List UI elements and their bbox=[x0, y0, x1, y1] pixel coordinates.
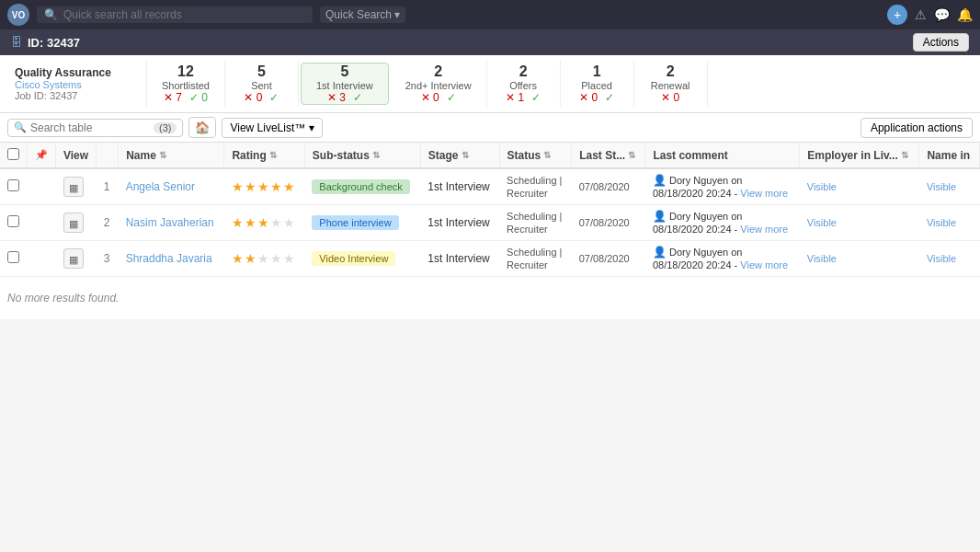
col-stage[interactable]: Stage⇅ bbox=[420, 143, 499, 168]
sub-header: 🗄 ID: 32437 Actions bbox=[0, 29, 980, 55]
person-icon: 👤 bbox=[653, 246, 667, 259]
add-button[interactable]: + bbox=[887, 5, 907, 25]
row-pin bbox=[28, 241, 56, 277]
row-substatus: Background check bbox=[304, 168, 420, 205]
star-rating: ★★★★★ bbox=[232, 251, 297, 266]
row-stage: 1st Interview bbox=[420, 241, 499, 277]
employer-visible-link[interactable]: Visible bbox=[807, 217, 837, 228]
chat-button[interactable]: 💬 bbox=[934, 7, 950, 22]
employer-visible-link[interactable]: Visible bbox=[807, 181, 837, 192]
row-checkbox[interactable] bbox=[7, 179, 19, 191]
row-stage: 1st Interview bbox=[420, 168, 499, 205]
database-icon: 🗄 bbox=[11, 36, 22, 49]
col-checkbox[interactable] bbox=[0, 143, 28, 168]
name-visible-link[interactable]: Visible bbox=[927, 253, 956, 264]
row-last-comment: 👤 Dory Nguyen on 08/18/2020 20:24 - View… bbox=[645, 241, 800, 277]
quick-search-input[interactable] bbox=[63, 8, 305, 21]
row-last-st: 07/08/2020 bbox=[572, 205, 645, 241]
table-search-input[interactable] bbox=[30, 121, 150, 134]
quick-search-dropdown[interactable]: Quick Search ▾ bbox=[320, 6, 405, 23]
search-count: (3) bbox=[154, 122, 177, 133]
job-role: Quality Assurance bbox=[15, 66, 131, 79]
col-last-comment[interactable]: Last comment bbox=[645, 143, 800, 168]
view-icon[interactable]: ▦ bbox=[63, 248, 84, 269]
row-rating: ★★★★★ bbox=[224, 168, 304, 205]
row-name[interactable]: Shraddha Javaria bbox=[119, 241, 224, 277]
row-status: Scheduling |Recruiter bbox=[499, 205, 572, 241]
row-last-comment: 👤 Dory Nguyen on 08/18/2020 20:24 - View… bbox=[645, 168, 800, 205]
candidate-link[interactable]: Nasim Javaherian bbox=[126, 216, 214, 229]
job-info: Quality Assurance Cisco Systems Job ID: … bbox=[0, 61, 147, 107]
row-view[interactable]: ▦ bbox=[56, 168, 97, 205]
row-checkbox[interactable] bbox=[7, 251, 19, 263]
row-substatus: Phone interview bbox=[304, 205, 420, 241]
stat-placed[interactable]: 1 Placed ✕ 0 ✓ bbox=[561, 61, 634, 107]
row-checkbox[interactable] bbox=[7, 215, 19, 227]
star-rating: ★★★★★ bbox=[232, 179, 297, 194]
substatus-badge: Background check bbox=[312, 179, 410, 194]
row-name-in[interactable]: Visible bbox=[919, 205, 980, 241]
row-number: 2 bbox=[97, 205, 119, 241]
job-id: Job ID: 32437 bbox=[15, 90, 131, 101]
col-view: View bbox=[56, 143, 97, 168]
search-icon: 🔍 bbox=[44, 8, 58, 21]
row-stage: 1st Interview bbox=[420, 205, 499, 241]
col-num bbox=[97, 143, 119, 168]
stat-renewal[interactable]: 2 Renewal ✕ 0 bbox=[634, 61, 708, 107]
bell-button[interactable]: 🔔 bbox=[957, 7, 973, 22]
stat-offers[interactable]: 2 Offers ✕ 1 ✓ bbox=[487, 61, 561, 107]
name-visible-link[interactable]: Visible bbox=[927, 181, 956, 192]
col-name-in[interactable]: Name in bbox=[919, 143, 980, 168]
select-all-checkbox[interactable] bbox=[7, 148, 19, 160]
view-icon[interactable]: ▦ bbox=[63, 177, 84, 197]
app-actions-button[interactable]: Application actions bbox=[860, 118, 973, 138]
stat-shortlisted[interactable]: 12 Shortlisted ✕ 7 ✓ 0 bbox=[147, 61, 225, 107]
home-icon-button[interactable]: 🏠 bbox=[188, 117, 216, 138]
livelist-button[interactable]: View LiveList™ ▾ bbox=[222, 118, 323, 138]
stat-2nd-interview[interactable]: 2 2nd+ Interview ✕ 0 ✓ bbox=[391, 61, 487, 107]
company-name[interactable]: Cisco Systems bbox=[15, 79, 131, 90]
row-name-in[interactable]: Visible bbox=[919, 241, 980, 277]
candidate-link[interactable]: Angela Senior bbox=[126, 180, 195, 193]
quick-search-area[interactable]: 🔍 bbox=[37, 6, 313, 23]
person-icon: 👤 bbox=[653, 174, 667, 187]
alert-button[interactable]: ⚠ bbox=[915, 7, 927, 22]
col-pin: 📌 bbox=[28, 143, 56, 168]
view-more-link[interactable]: View more bbox=[740, 224, 788, 235]
person-icon: 👤 bbox=[653, 210, 667, 223]
row-name[interactable]: Angela Senior bbox=[119, 168, 224, 205]
row-rating: ★★★★★ bbox=[224, 205, 304, 241]
row-checkbox-cell[interactable] bbox=[0, 241, 28, 277]
stat-sent[interactable]: 5 Sent ✕ 0 ✓ bbox=[225, 61, 299, 107]
col-name[interactable]: Name⇅ bbox=[119, 143, 224, 168]
view-icon[interactable]: ▦ bbox=[63, 213, 84, 233]
row-employer-vis[interactable]: Visible bbox=[800, 241, 919, 277]
col-last-st[interactable]: Last St...⇅ bbox=[572, 143, 645, 168]
row-last-comment: 👤 Dory Nguyen on 08/18/2020 20:24 - View… bbox=[645, 205, 800, 241]
record-id: ID: 32437 bbox=[28, 36, 80, 50]
search-box[interactable]: 🔍 (3) bbox=[7, 119, 183, 137]
employer-visible-link[interactable]: Visible bbox=[807, 253, 837, 264]
row-name-in[interactable]: Visible bbox=[919, 168, 980, 205]
row-view[interactable]: ▦ bbox=[56, 241, 97, 277]
view-more-link[interactable]: View more bbox=[740, 188, 788, 199]
row-name[interactable]: Nasim Javaherian bbox=[119, 205, 224, 241]
row-rating: ★★★★★ bbox=[224, 241, 304, 277]
col-status[interactable]: Status⇅ bbox=[499, 143, 572, 168]
stat-1st-interview[interactable]: 5 1st Interview ✕ 3 ✓ bbox=[301, 63, 389, 105]
col-employer[interactable]: Employer in Liv...⇅ bbox=[800, 143, 919, 168]
col-substatus[interactable]: Sub-status⇅ bbox=[304, 143, 420, 168]
row-employer-vis[interactable]: Visible bbox=[800, 168, 919, 205]
candidate-link[interactable]: Shraddha Javaria bbox=[126, 252, 212, 265]
row-checkbox-cell[interactable] bbox=[0, 168, 28, 205]
name-visible-link[interactable]: Visible bbox=[927, 217, 956, 228]
row-status: Scheduling |Recruiter bbox=[499, 168, 572, 205]
row-status: Scheduling |Recruiter bbox=[499, 241, 572, 277]
row-view[interactable]: ▦ bbox=[56, 205, 97, 241]
col-rating[interactable]: Rating⇅ bbox=[224, 143, 304, 168]
table-header-row: 📌 View Name⇅ Rating⇅ Sub-status⇅ Stage⇅ bbox=[0, 143, 980, 168]
row-employer-vis[interactable]: Visible bbox=[800, 205, 919, 241]
row-checkbox-cell[interactable] bbox=[0, 205, 28, 241]
view-more-link[interactable]: View more bbox=[740, 259, 788, 270]
actions-button[interactable]: Actions bbox=[913, 33, 969, 52]
